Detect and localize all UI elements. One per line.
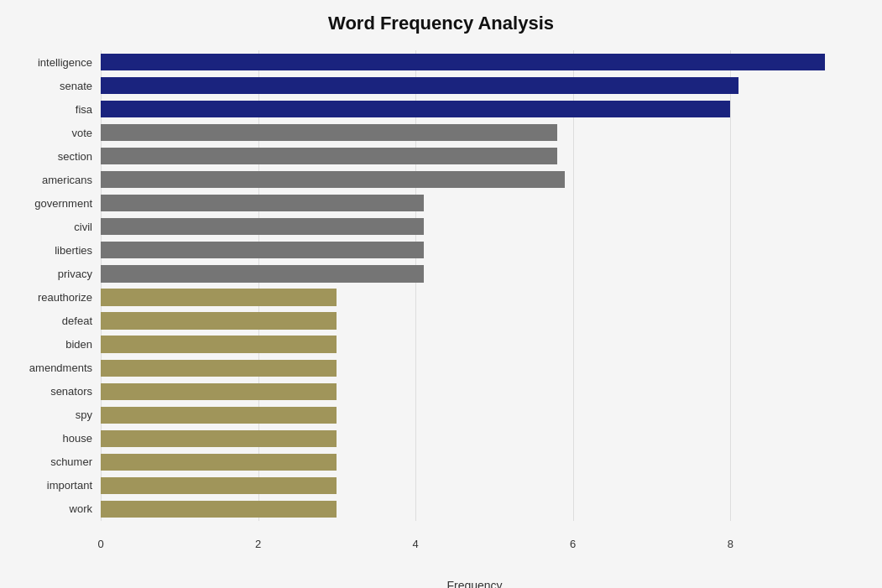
bar (101, 407, 337, 424)
bar (101, 54, 825, 70)
y-axis-label: schumer (0, 450, 92, 474)
bar (101, 430, 337, 447)
x-axis-label: Frequency (101, 579, 848, 588)
bar-row (101, 450, 848, 474)
bar-row (101, 74, 848, 97)
bar (101, 477, 337, 494)
x-tick: 4 (413, 538, 419, 550)
bar (101, 312, 337, 329)
bar (101, 242, 424, 258)
chart-title: Word Frequency Analysis (0, 13, 882, 34)
y-axis-label: vote (0, 121, 92, 144)
x-tick: 2 (255, 538, 261, 550)
bar (101, 171, 565, 188)
bar-row (101, 497, 848, 521)
bar (101, 77, 738, 94)
bar-row (101, 380, 848, 403)
y-axis-label: liberties (0, 238, 92, 262)
bar-row (101, 191, 848, 215)
bar (101, 101, 730, 117)
x-tick: 8 (728, 538, 733, 550)
y-axis-label: section (0, 144, 92, 168)
y-axis-label: defeat (0, 310, 92, 333)
bar (101, 454, 337, 471)
bar-row (101, 285, 848, 309)
bar (101, 195, 424, 211)
bar-row (101, 356, 848, 380)
y-axis-label: spy (0, 403, 92, 427)
bar (101, 383, 337, 400)
y-axis-label: government (0, 191, 92, 215)
y-axis-label: biden (0, 333, 92, 356)
y-axis-label: work (0, 497, 92, 521)
y-axis-label: senate (0, 74, 92, 97)
y-axis-label: important (0, 474, 92, 497)
bar-row (101, 121, 848, 144)
bar (101, 148, 557, 164)
bar (101, 289, 337, 305)
x-axis: 02468 Frequency (101, 538, 848, 563)
bar-row (101, 403, 848, 427)
bar-row (101, 97, 848, 121)
bar-row (101, 474, 848, 497)
chart-container: Word Frequency Analysis intelligencesena… (0, 0, 882, 588)
bar-row (101, 215, 848, 238)
y-axis-label: intelligence (0, 50, 92, 74)
y-axis-label: fisa (0, 97, 92, 121)
bar-row (101, 238, 848, 262)
y-axis-label: amendments (0, 356, 92, 380)
bars-container (101, 50, 848, 521)
bar-row (101, 310, 848, 333)
bar (101, 265, 424, 282)
bar-row (101, 50, 848, 74)
bar (101, 336, 337, 352)
bar-row (101, 168, 848, 191)
x-tick: 6 (570, 538, 576, 550)
y-labels: intelligencesenatefisavotesectionamerica… (0, 50, 92, 521)
bar (101, 124, 557, 141)
y-axis-label: house (0, 427, 92, 450)
y-axis-label: privacy (0, 262, 92, 285)
chart-area: intelligencesenatefisavotesectionamerica… (101, 50, 848, 521)
bar-row (101, 144, 848, 168)
bar (101, 218, 424, 235)
bar-row (101, 427, 848, 450)
y-axis-label: civil (0, 215, 92, 238)
y-axis-label: senators (0, 380, 92, 403)
y-axis-label: americans (0, 168, 92, 191)
y-axis-label: reauthorize (0, 285, 92, 309)
x-tick: 0 (97, 538, 103, 550)
bar (101, 360, 337, 377)
bar-row (101, 262, 848, 285)
bar-row (101, 333, 848, 356)
bar (101, 501, 337, 518)
